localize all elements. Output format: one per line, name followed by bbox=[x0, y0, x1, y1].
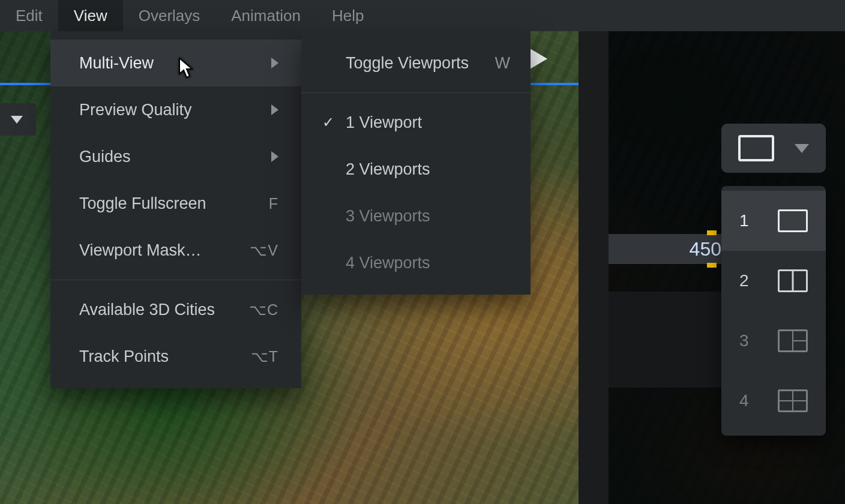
menu-item-label: Track Points bbox=[79, 347, 169, 366]
menu-item-guides[interactable]: Guides bbox=[50, 133, 301, 180]
menu-item-multi-view[interactable]: Multi-View bbox=[50, 40, 301, 86]
menu-help[interactable]: Help bbox=[316, 0, 379, 31]
field-marker-top bbox=[707, 230, 717, 235]
viewport-option-label: 4 bbox=[739, 391, 749, 410]
camera-dropdown[interactable]: ra bbox=[0, 103, 36, 136]
viewport-option-4: 4 bbox=[721, 371, 826, 431]
viewport-option-1[interactable]: 1 bbox=[721, 191, 826, 251]
field-marker-bottom bbox=[707, 263, 717, 268]
menu-item-label: Guides bbox=[79, 148, 131, 166]
menu-edit[interactable]: Edit bbox=[0, 0, 58, 31]
menu-item-track-points[interactable]: Track Points ⌥T bbox=[50, 333, 301, 380]
viewport-option-2[interactable]: 2 bbox=[721, 251, 826, 311]
numeric-field[interactable]: 450 bbox=[609, 234, 725, 264]
panel-dark-box bbox=[609, 292, 721, 388]
menu-item-available-3d-cities[interactable]: Available 3D Cities ⌥C bbox=[50, 286, 301, 333]
menu-item-label: Preview Quality bbox=[79, 101, 192, 119]
submenu-item-4-viewports: 4 Viewports bbox=[301, 239, 531, 286]
viewport-layout-popover: 1 2 3 4 bbox=[721, 186, 826, 436]
chevron-right-icon bbox=[271, 58, 278, 68]
layout-2-icon bbox=[778, 269, 808, 292]
menu-separator bbox=[301, 92, 531, 93]
view-menu-dropdown: Multi-View Preview Quality Guides Toggle… bbox=[50, 31, 301, 388]
menu-item-preview-quality[interactable]: Preview Quality bbox=[50, 86, 301, 133]
submenu-item-label: 1 Viewport bbox=[346, 113, 422, 132]
submenu-item-label: 3 Viewports bbox=[346, 207, 430, 226]
menu-item-label: Viewport Mask… bbox=[79, 241, 202, 260]
menu-item-shortcut: ⌥C bbox=[249, 301, 278, 319]
menu-item-shortcut: ⌥V bbox=[250, 242, 278, 259]
menu-item-label: Available 3D Cities bbox=[79, 301, 215, 319]
menu-item-label: Toggle Fullscreen bbox=[79, 194, 206, 213]
menu-item-toggle-fullscreen[interactable]: Toggle Fullscreen F bbox=[50, 180, 301, 227]
single-viewport-icon bbox=[738, 135, 774, 161]
submenu-item-shortcut: W bbox=[495, 54, 510, 73]
menu-item-shortcut: F bbox=[269, 195, 278, 212]
viewport-option-label: 3 bbox=[739, 331, 749, 350]
submenu-item-1-viewport[interactable]: ✓1 Viewport bbox=[301, 99, 531, 146]
viewport-option-label: 2 bbox=[739, 271, 749, 290]
menu-view[interactable]: View bbox=[58, 0, 123, 31]
viewport-layout-button[interactable] bbox=[721, 124, 826, 173]
submenu-item-label: 4 Viewports bbox=[346, 254, 430, 272]
layout-1-icon bbox=[778, 209, 808, 232]
submenu-item-3-viewports: 3 Viewports bbox=[301, 193, 531, 239]
multi-view-submenu: Toggle Viewports W ✓1 Viewport 2 Viewpor… bbox=[301, 31, 531, 295]
layout-3-icon bbox=[778, 329, 808, 352]
menu-item-label: Multi-View bbox=[79, 54, 154, 73]
menu-overlays[interactable]: Overlays bbox=[123, 0, 216, 31]
menu-item-shortcut: ⌥T bbox=[251, 348, 278, 365]
submenu-item-label: 2 Viewports bbox=[346, 160, 430, 179]
viewport-option-label: 1 bbox=[739, 211, 749, 230]
chevron-right-icon bbox=[271, 104, 278, 115]
layout-4-icon bbox=[778, 389, 808, 412]
submenu-item-2-viewports[interactable]: 2 Viewports bbox=[301, 146, 531, 193]
menu-separator bbox=[50, 280, 301, 280]
chevron-down-icon bbox=[11, 116, 23, 124]
check-icon: ✓ bbox=[322, 114, 335, 131]
submenu-item-toggle-viewports[interactable]: Toggle Viewports W bbox=[301, 40, 531, 86]
menu-animation[interactable]: Animation bbox=[215, 0, 316, 31]
submenu-item-label: Toggle Viewports bbox=[346, 54, 469, 73]
chevron-right-icon bbox=[271, 151, 278, 162]
menu-bar: Edit View Overlays Animation Help bbox=[0, 0, 845, 31]
menu-item-viewport-mask[interactable]: Viewport Mask… ⌥V bbox=[50, 227, 301, 274]
viewport-option-3: 3 bbox=[721, 311, 826, 371]
viewport-divider bbox=[579, 0, 609, 504]
chevron-down-icon bbox=[795, 144, 809, 153]
